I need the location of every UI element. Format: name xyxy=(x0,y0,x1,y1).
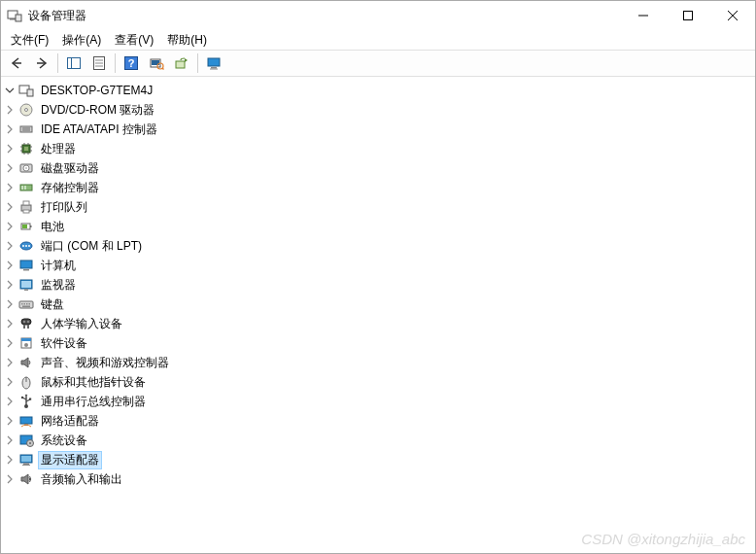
chevron-right-icon[interactable] xyxy=(3,356,17,369)
device-tree[interactable]: DESKTOP-G7TEM4J DVD/CD-ROM 驱动器IDE ATA/AT… xyxy=(1,77,755,553)
tree-category-node[interactable]: 鼠标和其他指针设备 xyxy=(3,372,753,392)
window-controls xyxy=(621,1,755,30)
show-hide-console-button[interactable] xyxy=(62,52,86,75)
svg-text:?: ? xyxy=(128,57,135,69)
menu-action[interactable]: 操作(A) xyxy=(56,30,107,51)
tree-category-node[interactable]: 声音、视频和游戏控制器 xyxy=(3,353,753,372)
tree-category-node[interactable]: 网络适配器 xyxy=(3,411,753,431)
menu-help[interactable]: 帮助(H) xyxy=(161,30,213,51)
computer-icon xyxy=(18,258,34,273)
tree-category-node[interactable]: IDE ATA/ATAPI 控制器 xyxy=(3,120,753,139)
tree-category-label: 显示适配器 xyxy=(38,451,102,469)
chevron-right-icon[interactable] xyxy=(3,278,17,292)
network-icon xyxy=(18,413,34,429)
toolbar-separator xyxy=(115,53,116,73)
chevron-right-icon[interactable] xyxy=(3,472,17,486)
chevron-right-icon[interactable] xyxy=(3,433,17,447)
tree-category-label: 磁盘驱动器 xyxy=(38,159,102,178)
tree-category-node[interactable]: 处理器 xyxy=(3,139,753,158)
chevron-right-icon[interactable] xyxy=(3,414,17,428)
help-button[interactable]: ? xyxy=(120,52,143,75)
tree-category-label: 端口 (COM 和 LPT) xyxy=(38,237,145,256)
computer-icon xyxy=(18,83,34,98)
menu-view[interactable]: 查看(V) xyxy=(109,30,159,51)
tree-category-label: 监视器 xyxy=(38,276,79,294)
tree-category-node[interactable]: 键盘 xyxy=(3,294,753,314)
chevron-right-icon[interactable] xyxy=(3,336,17,350)
scan-icon xyxy=(149,55,164,71)
tree-category-node[interactable]: DVD/CD-ROM 驱动器 xyxy=(3,100,753,120)
tree-root-node[interactable]: DESKTOP-G7TEM4J xyxy=(3,81,753,100)
system-icon xyxy=(18,433,34,448)
scan-hardware-button[interactable] xyxy=(145,52,168,75)
forward-button[interactable] xyxy=(30,52,53,75)
chevron-right-icon[interactable] xyxy=(3,259,17,272)
monitor-icon xyxy=(18,277,34,293)
menu-file[interactable]: 文件(F) xyxy=(5,30,54,51)
tree-category-node[interactable]: 计算机 xyxy=(3,256,753,275)
tree-category-node[interactable]: 系统设备 xyxy=(3,431,753,450)
keyboard-icon xyxy=(18,296,34,312)
svg-rect-21 xyxy=(176,61,185,68)
software-icon xyxy=(18,335,34,351)
close-button[interactable] xyxy=(710,1,755,30)
tree-category-node[interactable]: 电池 xyxy=(3,217,753,236)
disc-icon xyxy=(18,102,34,118)
tree-category-node[interactable]: 存储控制器 xyxy=(3,178,753,197)
tree-category-node[interactable]: 打印队列 xyxy=(3,197,753,217)
chevron-right-icon[interactable] xyxy=(3,220,17,233)
tree-category-node[interactable]: 磁盘驱动器 xyxy=(3,158,753,178)
computer-icon xyxy=(206,55,222,71)
tree-category-label: 处理器 xyxy=(38,140,79,158)
maximize-button[interactable] xyxy=(666,1,710,30)
tree-category-node[interactable]: 显示适配器 xyxy=(3,450,753,469)
chevron-right-icon[interactable] xyxy=(3,375,17,389)
update-driver-button[interactable] xyxy=(170,52,193,75)
svg-rect-26 xyxy=(27,89,33,96)
close-icon xyxy=(728,11,738,20)
tree-category-node[interactable]: 通用串行总线控制器 xyxy=(3,392,753,411)
menubar: 文件(F) 操作(A) 查看(V) 帮助(H) xyxy=(1,30,755,50)
battery-icon xyxy=(18,219,34,234)
remote-computer-button[interactable] xyxy=(202,52,225,75)
chevron-right-icon[interactable] xyxy=(3,395,17,408)
back-button[interactable] xyxy=(5,52,28,75)
svg-rect-23 xyxy=(211,67,217,69)
toolbar-separator xyxy=(197,53,198,73)
properties-button[interactable] xyxy=(87,52,111,75)
chevron-right-icon[interactable] xyxy=(3,453,17,467)
tree-category-node[interactable]: 软件设备 xyxy=(3,333,753,353)
tree-category-label: 键盘 xyxy=(38,295,67,314)
chevron-right-icon[interactable] xyxy=(3,200,17,214)
storage-icon xyxy=(18,180,34,195)
audio-icon xyxy=(18,471,34,487)
chevron-right-icon[interactable] xyxy=(3,142,17,156)
arrow-right-icon xyxy=(34,55,50,71)
minimize-button[interactable] xyxy=(621,1,666,30)
tree-category-node[interactable]: 音频输入和输出 xyxy=(3,469,753,489)
svg-rect-24 xyxy=(210,69,218,70)
chevron-down-icon[interactable] xyxy=(3,84,17,97)
chevron-right-icon[interactable] xyxy=(3,122,17,136)
svg-line-20 xyxy=(162,68,164,70)
chevron-right-icon[interactable] xyxy=(3,317,17,330)
minimize-icon xyxy=(638,11,648,20)
hdd-icon xyxy=(18,160,34,176)
tree-category-node[interactable]: 端口 (COM 和 LPT) xyxy=(3,236,753,256)
toolbar-separator xyxy=(57,53,58,73)
chevron-right-icon[interactable] xyxy=(3,161,17,175)
arrow-left-icon xyxy=(9,55,24,71)
chevron-right-icon[interactable] xyxy=(3,103,17,117)
chevron-right-icon[interactable] xyxy=(3,181,17,194)
update-driver-icon xyxy=(174,55,189,71)
hid-icon xyxy=(18,316,34,331)
tree-category-label: 软件设备 xyxy=(38,334,90,353)
tree-category-label: 系统设备 xyxy=(38,432,90,450)
svg-rect-9 xyxy=(68,58,81,69)
chevron-right-icon[interactable] xyxy=(3,239,17,253)
tree-category-node[interactable]: 监视器 xyxy=(3,275,753,294)
svg-rect-1 xyxy=(10,18,16,20)
tree-category-node[interactable]: 人体学输入设备 xyxy=(3,314,753,333)
chevron-right-icon[interactable] xyxy=(3,297,17,311)
tree-category-label: DVD/CD-ROM 驱动器 xyxy=(38,101,157,120)
